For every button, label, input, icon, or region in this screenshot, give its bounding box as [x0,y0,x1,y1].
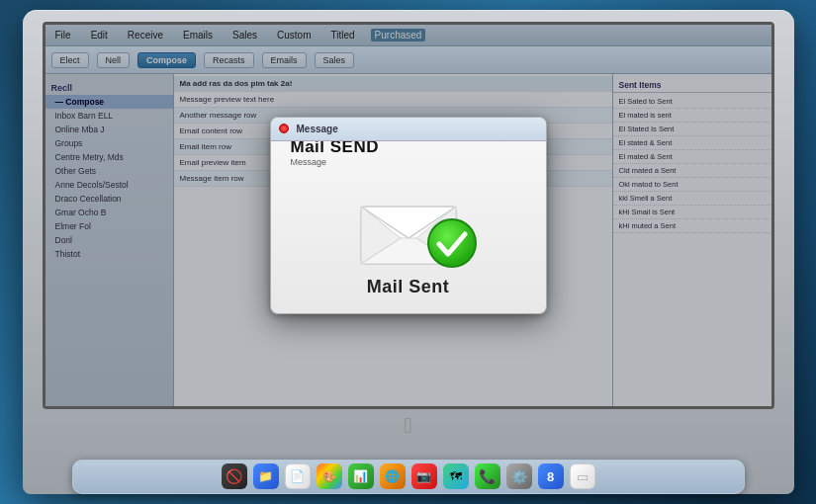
dock: 🚫 📁 📄 🎨 📊 🌐 📷 🗺 📞 ⚙️ 8 ▭ [72,460,745,494]
dock-icon-art[interactable]: 🎨 [317,463,342,489]
mail-sent-label: Mail Sent [367,277,450,297]
svg-point-1 [428,219,476,267]
dock-icon-window[interactable]: ▭ [570,463,595,489]
mail-sent-dialog: Message Mail SEND Message [270,117,547,314]
dialog-sub-label: Message [291,157,327,167]
dock-icon-browser[interactable]: 🌐 [380,463,406,489]
dock-icon-phone[interactable]: 📞 [475,463,500,489]
dock-icon-docs[interactable]: 📄 [285,463,311,489]
dock-icon-maps[interactable]: 🗺 [443,463,469,489]
envelope-area [349,195,468,269]
dock-icon-photos[interactable]: 📷 [411,463,437,489]
apple-logo:  [404,415,411,437]
screen: File Edit Receive Emails Sales Custom Ti… [43,22,774,409]
modal-overlay: Message Mail SEND Message [45,25,771,406]
dialog-footer: Mail Sent [367,277,450,297]
dock-icon-sheets[interactable]: 📊 [348,463,374,489]
dialog-title-text: Message [297,124,338,134]
dock-icon-noslash[interactable]: 🚫 [222,463,247,489]
dialog-title-bar: Message [271,118,546,141]
email-client-bg: File Edit Receive Emails Sales Custom Ti… [45,25,771,406]
dock-icon-settings[interactable]: ⚙️ [506,463,532,489]
monitor: File Edit Receive Emails Sales Custom Ti… [23,10,794,494]
bottom-bezel:  [23,409,794,456]
dialog-close-button[interactable] [279,124,289,133]
dock-icon-app[interactable]: 8 [538,463,564,489]
dock-icon-files[interactable]: 📁 [253,463,279,489]
checkmark-icon [426,217,478,269]
